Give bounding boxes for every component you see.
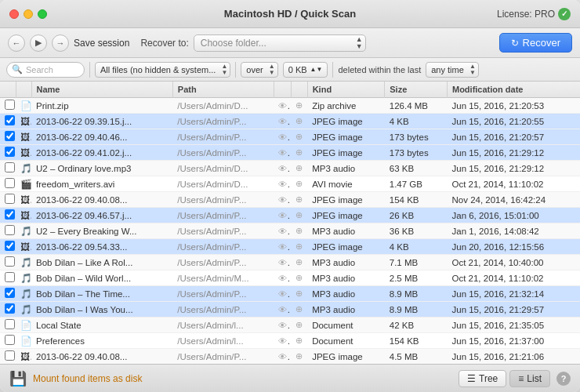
row-checkbox[interactable] — [5, 225, 15, 235]
location-icon[interactable]: ⊕ — [291, 208, 307, 223]
location-icon[interactable]: ⊕ — [291, 302, 307, 318]
row-checkbox[interactable] — [5, 288, 15, 298]
time-dropdown[interactable]: any time ▲▼ — [426, 62, 479, 78]
file-name[interactable]: Bob Dilan – The Time... — [31, 286, 172, 302]
dropdown-arrows-icon: ▲▼ — [356, 36, 363, 50]
help-button[interactable]: ? — [556, 372, 571, 386]
mount-disk-button[interactable]: Mount found items as disk — [33, 373, 142, 384]
back-button[interactable]: ← — [8, 34, 25, 52]
location-icon[interactable]: ⊕ — [291, 98, 307, 114]
preview-icon[interactable]: 👁 — [274, 161, 291, 176]
file-name[interactable]: U2 – Every Breaking W... — [31, 223, 172, 239]
preview-icon[interactable]: 👁 — [274, 302, 291, 318]
preview-icon[interactable]: 👁 — [274, 349, 291, 365]
preview-icon[interactable]: 👁 — [274, 333, 291, 349]
location-icon[interactable]: ⊕ — [291, 176, 307, 192]
row-checkbox[interactable] — [5, 272, 15, 282]
location-icon[interactable]: ⊕ — [291, 161, 307, 176]
location-icon[interactable]: ⊕ — [291, 145, 307, 161]
preview-icon[interactable]: 👁 — [274, 270, 291, 286]
file-name[interactable]: U2 – Ordinary love.mp3 — [31, 161, 172, 176]
forward-button[interactable]: → — [52, 34, 69, 52]
row-checkbox[interactable] — [5, 162, 15, 172]
row-checkbox[interactable] — [5, 303, 15, 314]
preview-icon[interactable]: 👁 — [274, 318, 291, 333]
play-button[interactable]: ▶ — [30, 34, 47, 52]
location-icon[interactable]: ⊕ — [291, 129, 307, 145]
file-name[interactable]: Bob Dilan – I Was You... — [31, 302, 172, 318]
th-size[interactable]: Size — [385, 82, 448, 98]
preview-icon[interactable]: 👁 — [274, 176, 291, 192]
file-kind: JPEG image — [307, 192, 385, 208]
location-icon[interactable]: ⊕ — [291, 255, 307, 270]
row-checkbox[interactable] — [5, 256, 15, 267]
location-icon[interactable]: ⊕ — [291, 223, 307, 239]
preview-icon[interactable]: 👁 — [274, 286, 291, 302]
row-checkbox[interactable] — [5, 100, 15, 110]
th-kind[interactable]: Kind — [307, 82, 385, 98]
minimize-button[interactable] — [24, 9, 33, 19]
preview-icon[interactable]: 👁 — [274, 223, 291, 239]
close-button[interactable] — [9, 9, 19, 19]
location-icon[interactable]: ⊕ — [291, 114, 307, 129]
file-name[interactable]: 2013-06-22 09.46.57.j... — [31, 208, 172, 223]
th-filetype-icon — [16, 82, 31, 98]
preview-icon[interactable]: 👁 — [274, 192, 291, 208]
preview-icon[interactable]: 👁 — [274, 145, 291, 161]
location-icon[interactable]: ⊕ — [291, 286, 307, 302]
th-date[interactable]: Modification date — [447, 82, 580, 98]
th-name[interactable]: Name — [31, 82, 172, 98]
file-name[interactable]: 2013-06-22 09.40.46... — [31, 129, 172, 145]
search-box[interactable]: 🔍 Search — [6, 62, 85, 78]
preview-icon[interactable]: 👁 — [274, 208, 291, 223]
table-row: 🎵U2 – Ordinary love.mp3/Users/Admin/D...… — [0, 161, 580, 176]
size-filter[interactable]: 0 KB ▲▼ — [283, 62, 328, 78]
over-label: over — [246, 65, 263, 74]
row-checkbox[interactable] — [5, 335, 15, 345]
location-icon[interactable]: ⊕ — [291, 239, 307, 255]
row-checkbox[interactable] — [5, 350, 15, 361]
preview-icon[interactable]: 👁 — [274, 129, 291, 145]
preview-icon[interactable]: 👁 — [274, 114, 291, 129]
row-checkbox[interactable] — [5, 147, 15, 157]
row-checkbox[interactable] — [5, 209, 15, 220]
over-dropdown[interactable]: over ▲▼ — [241, 62, 277, 78]
recover-button[interactable]: ↻ Recover — [499, 33, 572, 53]
table-row: 📄Preferences/Users/Admin/l...👁⊕Document1… — [0, 333, 580, 349]
file-name[interactable]: 2013-06-22 09.54.33... — [31, 239, 172, 255]
file-name[interactable]: freedom_writers.avi — [31, 176, 172, 192]
file-name[interactable]: Preferences — [31, 333, 172, 349]
preview-icon[interactable]: 👁 — [274, 239, 291, 255]
location-icon[interactable]: ⊕ — [291, 333, 307, 349]
file-name[interactable]: Local State — [31, 318, 172, 333]
preview-icon[interactable]: 👁 — [274, 98, 291, 114]
row-checkbox[interactable] — [5, 319, 15, 329]
location-icon[interactable]: ⊕ — [291, 192, 307, 208]
file-name[interactable]: 2013-06-22 09.40.08... — [31, 192, 172, 208]
divider-3 — [332, 62, 333, 78]
file-type-icon: 📄 — [16, 333, 31, 349]
list-view-button[interactable]: ≡ List — [509, 370, 550, 387]
folder-dropdown[interactable]: Choose folder... ▲▼ — [194, 34, 366, 52]
row-checkbox[interactable] — [5, 115, 15, 125]
preview-icon[interactable]: 👁 — [274, 255, 291, 270]
file-name[interactable]: 2013-06-22 09.39.15.j... — [31, 114, 172, 129]
file-name[interactable]: 2013-06-22 09.40.08... — [31, 349, 172, 365]
all-files-dropdown[interactable]: All files (no hidden & system... ▲▼ — [95, 62, 230, 78]
location-icon[interactable]: ⊕ — [291, 349, 307, 365]
row-checkbox[interactable] — [5, 178, 15, 188]
maximize-button[interactable] — [38, 9, 47, 19]
location-icon[interactable]: ⊕ — [291, 270, 307, 286]
location-icon[interactable]: ⊕ — [291, 318, 307, 333]
row-checkbox[interactable] — [5, 131, 15, 141]
file-name[interactable]: Bob Dilan – Wild Worl... — [31, 270, 172, 286]
file-name[interactable]: Bob Dilan – Like A Rol... — [31, 255, 172, 270]
all-files-label: All files (no hidden & system... — [100, 65, 216, 74]
tree-view-button[interactable]: ☰ Tree — [459, 370, 506, 387]
th-path[interactable]: Path — [172, 82, 274, 98]
file-name[interactable]: 2013-06-22 09.41.02.j... — [31, 145, 172, 161]
save-session-button[interactable]: Save session — [74, 38, 129, 49]
row-checkbox[interactable] — [5, 241, 15, 251]
row-checkbox[interactable] — [5, 194, 15, 204]
file-name[interactable]: Print.zip — [31, 98, 172, 114]
